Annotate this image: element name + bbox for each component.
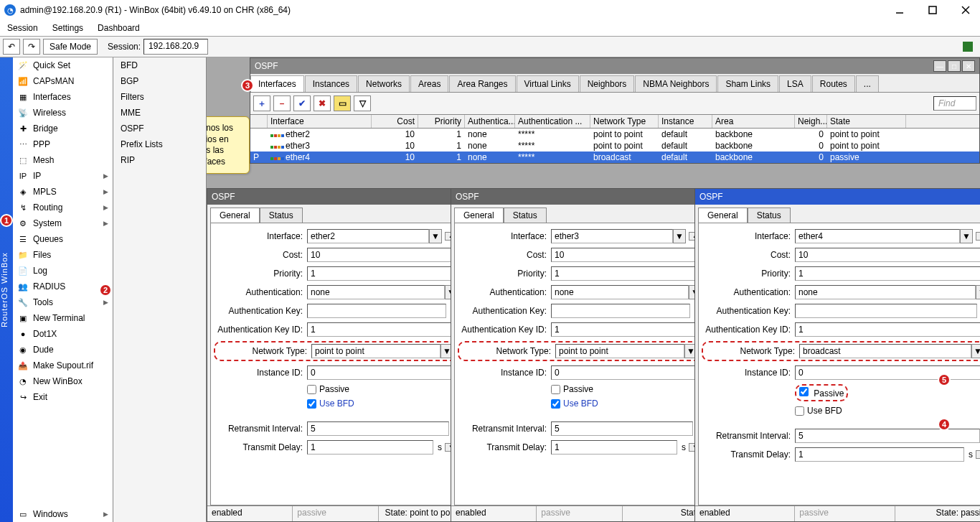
col-5[interactable]: Authentication ...: [515, 115, 590, 128]
priority-field[interactable]: 1: [795, 266, 980, 281]
tab-status[interactable]: Status: [260, 208, 303, 223]
instanceid-field[interactable]: 0: [795, 365, 980, 380]
tab-general[interactable]: General: [454, 208, 504, 223]
submenu-mme[interactable]: MME: [113, 105, 206, 121]
tab-routes[interactable]: Routes: [812, 75, 855, 92]
network-type-field[interactable]: point to point: [311, 344, 440, 358]
col-6[interactable]: Network Type: [590, 115, 659, 128]
sidebar-item-ppp[interactable]: ⋯PPP: [13, 136, 113, 152]
sidebar-item-interfaces[interactable]: ▦Interfaces: [13, 89, 113, 105]
dropdown-icon[interactable]: ▼: [971, 344, 980, 358]
tab-sham-links[interactable]: Sham Links: [717, 75, 778, 92]
interface-field[interactable]: ether3: [551, 229, 673, 243]
instanceid-field[interactable]: 0: [307, 365, 458, 380]
col-4[interactable]: Authentica...: [465, 115, 515, 128]
find-field[interactable]: Find: [933, 96, 976, 111]
menu-session[interactable]: Session: [3, 22, 42, 34]
usebfd-checkbox[interactable]: [307, 399, 316, 409]
sidebar-item-windows[interactable]: ▭Windows▶: [13, 506, 113, 522]
window-min-icon[interactable]: —: [933, 60, 946, 72]
instanceid-field[interactable]: 0: [551, 365, 702, 380]
dropdown-icon[interactable]: ▼: [673, 229, 686, 243]
col-7[interactable]: Instance: [659, 115, 712, 128]
cost-field[interactable]: 10: [551, 248, 702, 262]
authkeyid-field[interactable]: 1: [307, 322, 458, 337]
txdelay-field[interactable]: 1: [307, 440, 433, 455]
grid-row[interactable]: ether2101none*****point to pointdefaultb…: [250, 129, 979, 140]
tab-interfaces[interactable]: Interfaces: [250, 75, 304, 92]
grid-row[interactable]: ether3101none*****point to pointdefaultb…: [250, 140, 979, 152]
down-arrow[interactable]: ▼: [976, 450, 980, 459]
priority-field[interactable]: 1: [307, 266, 458, 281]
sidebar-item-wireless[interactable]: 📡Wireless: [13, 105, 113, 121]
authkey-field[interactable]: [307, 304, 446, 318]
up-arrow[interactable]: ▲: [976, 232, 980, 241]
network-type-field[interactable]: broadcast: [799, 344, 971, 358]
tab-neighbors[interactable]: Neighbors: [580, 75, 635, 92]
retransmit-field[interactable]: 5: [307, 421, 449, 436]
cost-field[interactable]: 10: [307, 248, 458, 262]
window-close-icon[interactable]: ✕: [962, 60, 975, 72]
sidebar-item-radius[interactable]: 👥RADIUS: [13, 279, 113, 294]
authkeyid-field[interactable]: 1: [551, 322, 702, 337]
retransmit-field[interactable]: 5: [551, 421, 693, 436]
window-max-icon[interactable]: □: [948, 60, 961, 72]
passive-checkbox[interactable]: [799, 387, 809, 396]
col-9[interactable]: Neigh...: [795, 115, 827, 128]
disable-button[interactable]: ✖: [314, 95, 331, 111]
safe-mode-button[interactable]: Safe Mode: [43, 39, 98, 55]
enable-button[interactable]: ✔: [293, 95, 311, 111]
col-10[interactable]: State: [827, 115, 906, 128]
interface-field[interactable]: ether2: [307, 229, 429, 243]
passive-checkbox[interactable]: [551, 385, 560, 394]
submenu-bgp[interactable]: BGP: [113, 73, 206, 89]
maximize-button[interactable]: [923, 3, 943, 17]
tab-instances[interactable]: Instances: [305, 75, 357, 92]
tab-areas[interactable]: Areas: [410, 75, 448, 92]
col-1[interactable]: Interface: [268, 115, 372, 128]
usebfd-checkbox[interactable]: [551, 399, 560, 409]
add-button[interactable]: ＋: [253, 95, 270, 111]
menu-dashboard[interactable]: Dashboard: [93, 22, 144, 34]
sidebar-item-log[interactable]: 📄Log: [13, 263, 113, 279]
tab-nbma-neighbors[interactable]: NBMA Neighbors: [635, 75, 717, 92]
submenu-bfd[interactable]: BFD: [113, 57, 206, 73]
submenu-prefix-lists[interactable]: Prefix Lists: [113, 136, 206, 152]
comment-button[interactable]: ▭: [334, 95, 351, 111]
tab-lsa[interactable]: LSA: [779, 75, 811, 92]
sidebar-item-dude[interactable]: ◉Dude: [13, 342, 113, 358]
tab-area-ranges[interactable]: Area Ranges: [449, 75, 515, 92]
submenu-ospf[interactable]: OSPF: [113, 121, 206, 136]
authkey-field[interactable]: [795, 304, 977, 318]
tab-general[interactable]: General: [698, 208, 748, 223]
undo-button[interactable]: ↶: [3, 39, 20, 55]
sidebar-item-make-supout-rif[interactable]: 📤Make Supout.rif: [13, 358, 113, 373]
retransmit-field[interactable]: 5: [795, 429, 980, 443]
sidebar-item-system[interactable]: ⚙System▶: [13, 215, 113, 231]
sidebar-item-routing[interactable]: ↯Routing▶: [13, 200, 113, 215]
filter-button[interactable]: ▽: [354, 95, 371, 111]
sidebar-item-queues[interactable]: ☰Queues: [13, 231, 113, 247]
network-type-field[interactable]: point to point: [555, 344, 684, 358]
cost-field[interactable]: 10: [795, 248, 980, 262]
auth-field[interactable]: none: [551, 285, 689, 299]
sidebar-item-ip[interactable]: IPIP▶: [13, 168, 113, 184]
close-button[interactable]: [956, 3, 976, 17]
col-0[interactable]: [250, 115, 268, 128]
dropdown-icon[interactable]: ▼: [960, 229, 973, 243]
dropdown-icon[interactable]: ▼: [429, 229, 442, 243]
priority-field[interactable]: 1: [551, 266, 702, 281]
sidebar-item-quick-set[interactable]: 🪄Quick Set: [13, 57, 113, 73]
sidebar-item-files[interactable]: 📁Files: [13, 247, 113, 263]
sidebar-item-dot1x[interactable]: ●Dot1X: [13, 326, 113, 342]
tab-status[interactable]: Status: [504, 208, 547, 223]
sidebar-item-mpls[interactable]: ◈MPLS▶: [13, 184, 113, 200]
txdelay-field[interactable]: 1: [795, 447, 964, 462]
col-3[interactable]: Priority: [418, 115, 465, 128]
col-2[interactable]: Cost: [372, 115, 418, 128]
interface-field[interactable]: ether4: [795, 229, 960, 243]
minimize-button[interactable]: [890, 3, 910, 17]
remove-button[interactable]: －: [273, 95, 291, 111]
passive-checkbox[interactable]: [307, 385, 316, 394]
session-value[interactable]: 192.168.20.9: [143, 39, 208, 55]
